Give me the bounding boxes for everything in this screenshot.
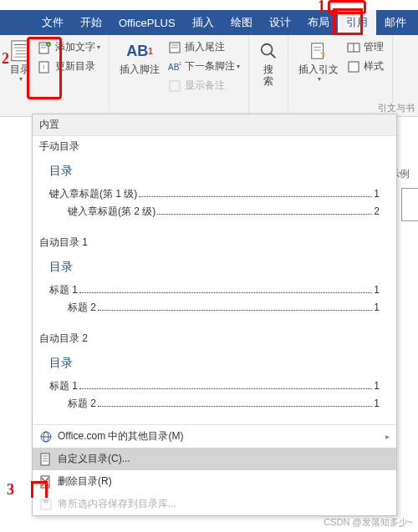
next-footnote-label: 下一条脚注 [185,59,235,73]
footnote-icon: AB1 [130,40,149,62]
search-label: 搜 索 [263,63,273,87]
insert-citation-button[interactable]: 插入引文 ▾ [293,38,344,113]
update-icon: ! [38,60,52,73]
preview-auto-toc-1[interactable]: 自动目录 1 目录 标题 11 标题 21 [33,232,396,328]
svg-rect-19 [312,43,324,58]
annotation-2: 2 [2,50,9,68]
insert-footnote-button[interactable]: AB1 插入脚注 [115,38,165,113]
more-online-label: Office.com 中的其他目录(M) [58,429,183,443]
manage-sources-button[interactable]: 管理 [344,38,387,56]
show-notes-button: 显示备注 [165,77,243,94]
group-label-citations: 引文与书 [378,102,415,114]
custom-toc-item[interactable]: 自定义目录(C)... [33,448,396,470]
style-button[interactable]: 样式 [344,58,387,75]
footnote-label: 插入脚注 [120,63,160,75]
toc-dropdown: 内置 手动目录 目录 键入章标题(第 1 级)1 键入章标题(第 2 级)2 自… [32,114,397,516]
more-online-item[interactable]: Office.com 中的其他目录(M) ▸ [33,425,396,448]
toc-entry: 标题 2 [68,301,96,315]
svg-rect-16 [170,81,180,91]
svg-rect-28 [41,453,49,465]
preview-title: 自动目录 1 [39,236,390,250]
chevron-down-icon: ▾ [97,43,100,51]
save-selection-item: 将所选内容保存到目录库... [33,493,396,515]
svg-line-18 [271,53,276,58]
endnote-icon [168,41,181,54]
dropdown-header: 内置 [33,114,396,136]
chevron-down-icon: ▾ [318,75,321,83]
preview-manual-toc[interactable]: 手动目录 目录 键入章标题(第 1 级)1 键入章标题(第 2 级)2 [33,136,396,232]
add-text-button[interactable]: + 添加文字 ▾ [35,38,104,56]
tab-home[interactable]: 开始 [72,10,110,35]
toc-page: 1 [374,301,380,313]
save-icon [39,498,53,511]
toc-page: 1 [374,188,380,200]
manage-icon [347,41,360,54]
style-label: 样式 [364,59,384,73]
style-icon [347,60,360,73]
toc-entry: 标题 2 [68,397,96,411]
ribbon-body: 目录 ▾ + 添加文字 ▾ ! 更新目录 AB1 插入脚注 插入尾注 [0,35,418,117]
toc-entry: 标题 1 [49,283,78,297]
custom-toc-label: 自定义目录(C)... [58,452,130,466]
tab-officeplus[interactable]: OfficePLUS [110,10,184,35]
toc-page: 1 [374,284,380,296]
toc-page: 1 [374,398,380,409]
example-panel [401,188,418,221]
chevron-down-icon: ▾ [237,63,240,70]
toc-icon [11,40,29,62]
annotation-1: 1 [318,0,325,15]
chevron-down-icon: ▾ [19,75,23,83]
update-toc-button[interactable]: ! 更新目录 [35,58,104,75]
citation-icon [309,40,328,62]
watermark: CSDN @发落知多少~ [324,516,413,529]
tab-file[interactable]: 文件 [33,10,72,35]
chevron-right-icon: ▸ [385,432,390,441]
update-toc-label: 更新目录 [55,59,95,73]
toc-entry: 标题 1 [49,379,78,393]
preview-auto-toc-2[interactable]: 自动目录 2 目录 标题 11 标题 21 [33,328,396,424]
custom-toc-icon [39,453,53,466]
endnote-label: 插入尾注 [185,40,225,54]
toc-page: 2 [374,205,380,217]
remove-toc-label: 删除目录(R) [58,474,112,489]
next-footnote-button[interactable]: AB¹ 下一条脚注 ▾ [165,58,243,75]
search-icon [259,40,278,62]
tab-draw[interactable]: 绘图 [222,10,261,35]
insert-endnote-button[interactable]: 插入尾注 [165,38,243,56]
svg-text:+: + [48,42,50,47]
preview-area: 手动目录 目录 键入章标题(第 1 级)1 键入章标题(第 2 级)2 自动目录… [33,136,396,424]
toc-label: 目录 [10,63,30,75]
toc-button[interactable]: 目录 ▾ [5,38,35,113]
show-notes-icon [168,79,181,93]
dropdown-footer: Office.com 中的其他目录(M) ▸ 自定义目录(C)... 删除目录(… [33,424,396,515]
remove-toc-item[interactable]: 删除目录(R) [33,470,396,493]
toc-heading: 目录 [49,356,380,371]
add-text-label: 添加文字 [55,40,95,54]
preview-title: 自动目录 2 [39,332,390,346]
search-button[interactable]: 搜 索 [254,38,283,89]
tab-mail[interactable]: 邮件 [376,10,415,35]
toc-entry: 键入章标题(第 2 级) [68,205,155,219]
svg-point-17 [262,44,273,55]
toc-heading: 目录 [49,164,380,179]
next-footnote-icon: AB¹ [168,60,181,73]
toc-entry: 键入章标题(第 1 级) [49,187,137,201]
ribbon-tabs: 文件 开始 OfficePLUS 插入 绘图 设计 布局 引用 邮件 [0,10,418,35]
add-text-icon: + [38,41,52,54]
manage-label: 管理 [364,40,384,54]
svg-rect-24 [349,62,359,72]
globe-icon [39,430,53,443]
tab-design[interactable]: 设计 [261,10,299,35]
preview-title: 手动目录 [39,139,390,154]
toc-page: 1 [374,380,380,392]
toc-heading: 目录 [49,260,380,275]
citation-label: 插入引文 [298,63,339,75]
save-selection-label: 将所选内容保存到目录库... [58,497,176,511]
tab-insert[interactable]: 插入 [184,10,222,35]
tab-references[interactable]: 引用 [338,10,376,35]
remove-icon [39,475,53,489]
show-notes-label: 显示备注 [185,79,225,93]
svg-rect-36 [43,499,48,503]
annotation-3: 3 [7,481,14,499]
svg-text:!: ! [43,63,44,71]
